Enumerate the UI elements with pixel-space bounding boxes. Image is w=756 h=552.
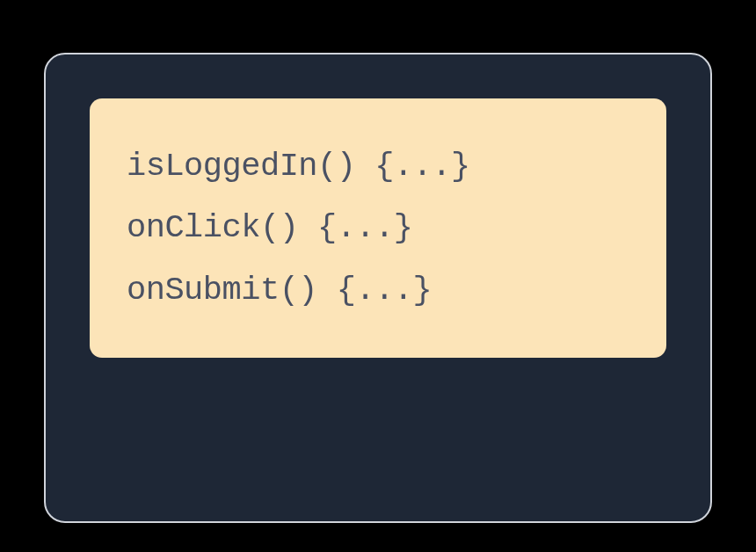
code-line: onSubmit() {...} bbox=[127, 259, 629, 321]
outer-panel: isLoggedIn() {...} onClick() {...} onSub… bbox=[44, 53, 712, 523]
code-block: isLoggedIn() {...} onClick() {...} onSub… bbox=[90, 98, 666, 358]
code-line: onClick() {...} bbox=[127, 197, 629, 258]
code-line: isLoggedIn() {...} bbox=[127, 135, 629, 197]
